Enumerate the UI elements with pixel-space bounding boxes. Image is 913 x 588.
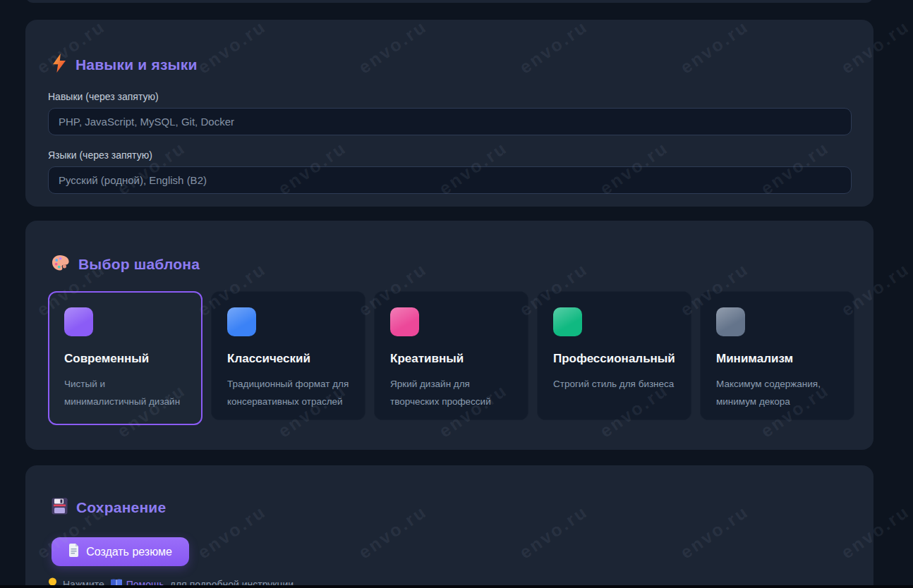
skills-section-header: Навыки и языки (52, 54, 851, 75)
skills-languages-section: Навыки и языки Навыки (через запятую) Яз… (25, 20, 873, 207)
create-resume-button-label: Создать резюме (86, 546, 172, 558)
template-card-classic[interactable]: Классический Традиционный формат для кон… (211, 291, 365, 420)
template-description: Чистый и минималистичный дизайн (64, 375, 186, 410)
template-name: Креативный (390, 352, 512, 366)
template-swatch (227, 307, 256, 336)
template-swatch (716, 307, 745, 336)
floppy-disk-icon (52, 498, 68, 517)
languages-input[interactable] (48, 166, 852, 194)
resume-builder-page: Навыки и языки Навыки (через запятую) Яз… (0, 0, 913, 588)
previous-section-card-edge (25, 0, 873, 3)
template-name: Минимализм (716, 352, 838, 366)
save-section: Сохранение Создать резюме (25, 465, 873, 588)
bottom-edge-strip (0, 585, 913, 588)
template-name: Классический (227, 352, 349, 366)
save-section-header: Сохранение (52, 498, 851, 517)
template-name: Современный (64, 352, 186, 366)
template-card-creative[interactable]: Креативный Яркий дизайн для творческих п… (374, 291, 528, 420)
create-resume-button[interactable]: Создать резюме (52, 537, 189, 566)
template-swatch (64, 307, 93, 336)
save-section-title: Сохранение (76, 499, 166, 516)
template-description: Строгий стиль для бизнеса (553, 375, 675, 393)
template-description: Максимум содержания, минимум декора (716, 375, 838, 410)
languages-field-label: Языки (через запятую) (48, 149, 851, 161)
template-name: Профессиональный (553, 352, 675, 366)
template-description: Яркий дизайн для творческих профессий (390, 375, 512, 410)
templates-section-title: Выбор шаблона (78, 256, 200, 273)
palette-icon (52, 255, 70, 274)
skills-section-title: Навыки и языки (75, 56, 198, 73)
template-selection-section: Выбор шаблона Современный Чистый и миним… (25, 221, 873, 450)
skills-input[interactable] (48, 108, 852, 135)
document-icon (68, 544, 79, 560)
lightning-icon (52, 54, 67, 75)
template-card-professional[interactable]: Профессиональный Строгий стиль для бизне… (537, 291, 691, 420)
skills-field-label: Навыки (через запятую) (48, 91, 851, 102)
template-card-modern[interactable]: Современный Чистый и минималистичный диз… (48, 291, 202, 425)
template-swatch (390, 307, 419, 336)
template-card-minimal[interactable]: Минимализм Максимум содержания, минимум … (700, 291, 854, 420)
template-description: Традиционный формат для консервативных о… (227, 375, 349, 410)
template-cards-row: Современный Чистый и минималистичный диз… (48, 291, 851, 425)
template-swatch (553, 307, 582, 336)
templates-section-header: Выбор шаблона (52, 255, 851, 274)
